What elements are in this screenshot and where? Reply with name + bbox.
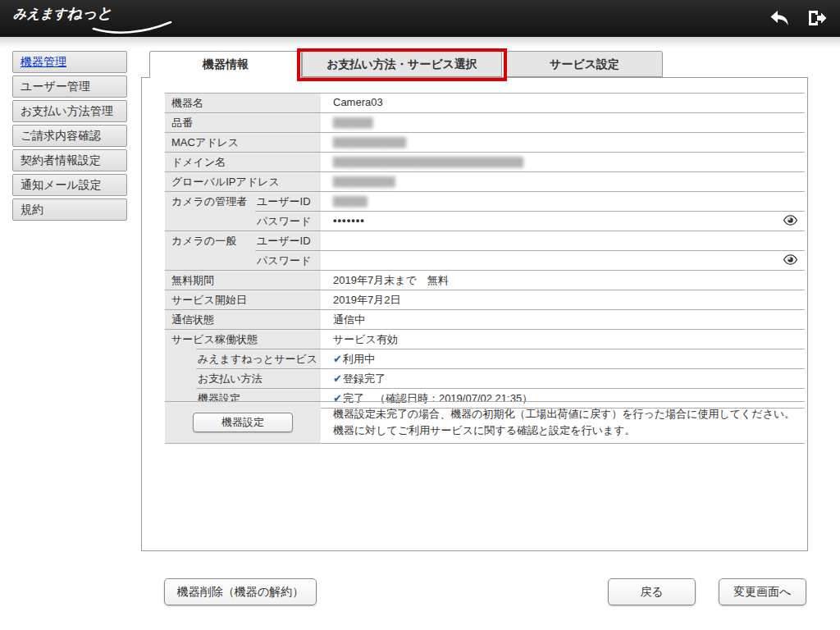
row-label: みえますねっとサービス xyxy=(196,349,321,368)
row-label: ドメイン名 xyxy=(165,153,321,171)
table-row: ドメイン名 ██████████████████████████████████ xyxy=(165,152,805,171)
table-row: パスワード ••••••• xyxy=(255,211,805,231)
app-header: みえますねっと xyxy=(0,0,840,37)
sidebar-item-contractor-info[interactable]: 契約者情報設定 xyxy=(12,149,127,171)
table-row: グローバルIPアドレス ███████████ xyxy=(165,171,805,191)
row-label: 機器名 xyxy=(165,94,321,112)
general-password-value xyxy=(321,251,805,270)
row-label: お支払い方法 xyxy=(196,369,321,388)
row-label: MACアドレス xyxy=(165,133,321,152)
redacted-text: ██████ xyxy=(333,196,367,206)
app-logo[interactable]: みえますねっと xyxy=(13,3,112,23)
password-dots: ••••••• xyxy=(333,214,365,226)
sidebar-item-notification-mail[interactable]: 通知メール設定 xyxy=(12,174,127,196)
camera-general-group: カメラの一般 ユーザーID パスワード xyxy=(165,231,805,270)
back-arrow-icon[interactable] xyxy=(768,7,791,29)
status-text: 利用中 xyxy=(343,353,375,365)
table-row: みえますねっとサービス ✔利用中 xyxy=(196,349,805,368)
device-name-value: Camera03 xyxy=(321,94,805,112)
table-row: 品番 ███████ xyxy=(165,112,805,132)
admin-user-id-value: ██████ xyxy=(321,192,805,211)
general-user-id-value xyxy=(321,231,805,250)
device-info-panel: 機器名 Camera03 品番 ███████ MACアドレス ████████… xyxy=(141,77,808,551)
miemasu-service-status-value: ✔利用中 xyxy=(321,349,805,368)
show-password-eye-icon[interactable] xyxy=(783,253,798,266)
header-shadow xyxy=(0,37,840,48)
device-delete-button[interactable]: 機器削除（機器の解約） xyxy=(164,578,317,605)
table-row: 機器名 Camera03 xyxy=(165,93,805,112)
sidebar: 機器管理 ユーザー管理 お支払い方法管理 ご請求内容確認 契約者情報設定 通知メ… xyxy=(12,51,127,223)
group-label: カメラの管理者 xyxy=(165,192,255,231)
admin-password-value: ••••••• xyxy=(321,212,805,231)
check-icon: ✔ xyxy=(333,353,342,365)
app-logo-text-sub: ねっと xyxy=(67,5,112,21)
indent-spacer xyxy=(165,349,196,408)
service-status-subrows: みえますねっとサービス ✔利用中 お支払い方法 ✔登録完了 機器設定 ✔完了 （… xyxy=(165,349,805,408)
app-logo-text-main: みえます xyxy=(13,7,67,21)
device-info-table: 機器名 Camera03 品番 ███████ MACアドレス ████████… xyxy=(165,93,805,409)
row-label: 品番 xyxy=(165,113,321,132)
row-label: 無料期間 xyxy=(165,271,321,290)
sidebar-item-terms[interactable]: 規約 xyxy=(12,199,127,221)
table-row: サービス開始日 2019年7月2日 xyxy=(165,290,805,309)
table-row: サービス稼働状態 サービス有効 xyxy=(165,329,805,349)
device-setting-description: 機器設定未完了の場合、機器の初期化（工場出荷値に戻す）を行った場合に使用してくだ… xyxy=(321,402,805,443)
camera-admin-group: カメラの管理者 ユーザーID ██████ パスワード ••••••• xyxy=(165,191,805,231)
tab-payment-service-selection[interactable]: お支払い方法・サービス選択 xyxy=(302,51,502,77)
payment-method-status-value: ✔登録完了 xyxy=(321,369,805,388)
service-start-date-value: 2019年7月2日 xyxy=(321,290,805,309)
free-period-value: 2019年7月末まで 無料 xyxy=(321,271,805,290)
row-label: ユーザーID xyxy=(255,231,321,250)
row-label: パスワード xyxy=(255,251,321,270)
table-row: お支払い方法 ✔登録完了 xyxy=(196,368,805,388)
table-row: ユーザーID xyxy=(255,231,805,250)
tab-service-settings[interactable]: サービス設定 xyxy=(506,51,663,77)
show-password-eye-icon[interactable] xyxy=(783,214,798,226)
table-row: ユーザーID ██████ xyxy=(255,192,805,211)
header-actions xyxy=(768,7,829,29)
check-icon: ✔ xyxy=(333,372,342,385)
row-label: サービス稼働状態 xyxy=(165,330,321,349)
sidebar-item-billing-confirmation[interactable]: ご請求内容確認 xyxy=(12,125,127,147)
table-row: 通信状態 通信中 xyxy=(165,309,805,329)
logout-icon[interactable] xyxy=(806,7,829,29)
sidebar-item-payment-management[interactable]: お支払い方法管理 xyxy=(12,100,127,122)
change-screen-button[interactable]: 変更画面へ xyxy=(719,578,806,605)
service-operation-status-value: サービス有効 xyxy=(321,330,805,349)
device-setting-button-cell: 機器設定 xyxy=(165,402,321,443)
redacted-text: ███████ xyxy=(333,117,372,127)
communication-status-value: 通信中 xyxy=(321,310,805,329)
device-setting-description-line1: 機器設定未完了の場合、機器の初期化（工場出荷値に戻す）を行った場合に使用してくだ… xyxy=(333,406,801,422)
redacted-text: ██████████████████████████████████ xyxy=(333,157,523,167)
row-label: サービス開始日 xyxy=(165,290,321,309)
back-button[interactable]: 戻る xyxy=(608,578,696,605)
row-label: ユーザーID xyxy=(255,192,321,211)
logo-swoosh xyxy=(92,21,174,36)
domain-name-value: ██████████████████████████████████ xyxy=(321,153,805,171)
table-row: パスワード xyxy=(255,250,805,270)
redacted-text: █████████████ xyxy=(333,137,405,147)
row-label: 通信状態 xyxy=(165,310,321,329)
device-setting-description-line2: 機器に対してご利用サービスに関する確認と設定を行います。 xyxy=(333,422,801,439)
row-label: グローバルIPアドレス xyxy=(165,172,321,191)
table-row: MACアドレス █████████████ xyxy=(165,132,805,152)
screen: みえますねっと 機器管理 ユーザー管理 お支払い方法管理 ご請求内容確認 xyxy=(0,0,840,630)
redacted-text: ███████████ xyxy=(333,176,395,186)
sidebar-item-user-management[interactable]: ユーザー管理 xyxy=(12,75,127,98)
tab-device-info[interactable]: 機器情報 xyxy=(149,51,302,78)
row-label: パスワード xyxy=(255,212,321,231)
device-setting-button[interactable]: 機器設定 xyxy=(193,413,293,432)
group-label: カメラの一般 xyxy=(165,231,255,270)
table-row: 無料期間 2019年7月末まで 無料 xyxy=(165,270,805,290)
sidebar-item-device-management[interactable]: 機器管理 xyxy=(12,51,127,73)
device-setting-section: 機器設定 機器設定未完了の場合、機器の初期化（工場出荷値に戻す）を行った場合に使… xyxy=(165,401,805,444)
status-text: 登録完了 xyxy=(343,372,386,385)
mac-address-value: █████████████ xyxy=(321,133,805,152)
global-ip-value: ███████████ xyxy=(321,172,805,191)
model-number-value: ███████ xyxy=(321,113,805,132)
